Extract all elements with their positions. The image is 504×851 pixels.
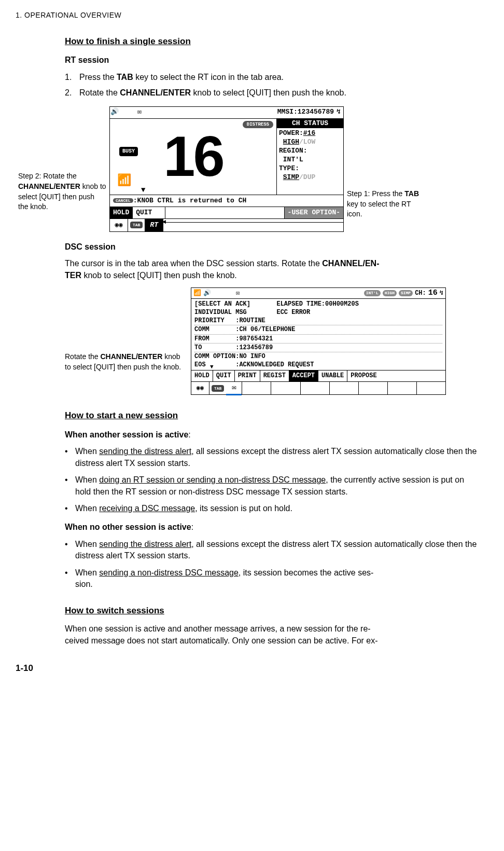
t: TAB <box>117 73 133 81</box>
fig2-button-row: HOLD QUIT PRINT REGIST ACCEPT UNABLE PRO… <box>191 370 445 381</box>
t: CHANNEL/EN- <box>322 259 379 268</box>
fig1-lcd-screen: 🔊 ✉ MMSI:123456789 ↯ DISTRESS BUSY 16 📶 … <box>109 106 344 232</box>
list-item: When doing an RT session or sending a no… <box>75 474 478 498</box>
regist-button: REGIST <box>260 370 289 381</box>
quit-button: QUIT <box>213 370 235 381</box>
bullets-no-other-active: • When sending the distress alert, all s… <box>65 539 478 591</box>
subhead-rt-session: RT session <box>65 54 478 66</box>
heading-start-session: How to start a new session <box>65 409 478 422</box>
busy-badge: BUSY <box>119 147 138 156</box>
ch-value: 16 <box>428 287 438 298</box>
t: INT'L <box>283 156 303 163</box>
quit-button: QUIT <box>133 207 165 218</box>
fig2-left-caption: Rotate the CHANNEL/ENTER knob to select … <box>65 310 187 372</box>
mail-icon: ✉ <box>135 107 144 117</box>
fig2-message-body: [SELECT AN ACK] ELAPSED TIME:00H00M20S I… <box>191 299 445 370</box>
step-number: 2. <box>65 87 79 99</box>
t: /LOW <box>299 138 315 146</box>
propose-button: PROPOSE <box>347 370 380 381</box>
list-item: When receiving a DSC message, its sessio… <box>75 503 478 514</box>
print-button: PRINT <box>235 370 260 381</box>
t: Press the <box>79 73 117 81</box>
channel-display: DISTRESS BUSY 16 📶 ▼ <box>110 119 276 195</box>
t: INDIVIDUAL MSG <box>194 309 247 316</box>
signal-icon: 📶 <box>193 289 201 298</box>
page-number: 1-10 <box>16 662 488 675</box>
t: CHANNEL/ENTER <box>18 182 80 190</box>
distress-badge: DISTRESS <box>243 121 273 129</box>
speaker-icon: 🔊 <box>110 107 119 117</box>
t: SIMP <box>283 173 299 181</box>
fig1-tab-row: ◉◉ TAB RT <box>110 218 343 231</box>
antenna-icon: ↯ <box>440 289 443 298</box>
t: COMM :CH 06/TELEPHONE <box>194 325 442 334</box>
t: Step 2: Rotate the <box>18 172 77 180</box>
page-header: 1. OPERATIONAL OVERVIEW <box>16 10 488 21</box>
t: TAB <box>404 189 419 198</box>
t: key to select the RT icon in the tab are… <box>133 73 284 81</box>
arrow-down-icon: ▼ <box>141 185 145 196</box>
mmsi-label: MMSI:123456789 <box>277 107 334 117</box>
t: POWER: <box>279 129 303 137</box>
user-option-button: -USER OPTION- <box>285 207 343 218</box>
ch-status-header: CH STATUS <box>277 119 343 129</box>
channel-number: 16 <box>163 129 222 184</box>
t: TYPE: <box>279 164 341 173</box>
hold-button: HOLD <box>191 370 213 381</box>
fig1-right-caption: Step 1: Press the TAB key to select the … <box>347 189 419 232</box>
arrow-left-icon <box>163 222 343 223</box>
ch-status-panel: CH STATUS POWER:#16 HIGH/LOW REGION: INT… <box>276 119 343 195</box>
fig1-button-row: HOLD QUIT -USER OPTION- <box>110 207 343 218</box>
mail-icon: ✉ <box>236 289 240 298</box>
intl-badge: INT'L <box>364 290 381 296</box>
fig2-lcd-screen: 📶 🔊 ✉ INT'L HIGH SIMP CH:16 ↯ [SELECT AN… <box>191 287 446 395</box>
t: EOS :ACKNOWLEDGED REQUEST <box>194 361 442 369</box>
step-number: 1. <box>65 72 79 83</box>
unable-button: UNABLE <box>318 370 347 381</box>
subhead-no-other-active: When no other session is active: <box>65 521 478 533</box>
subhead-dsc-session: DSC session <box>65 241 478 253</box>
t: ELAPSED TIME:00H00M20S <box>276 300 358 308</box>
t: key to select the RT icon. <box>347 200 411 218</box>
t: knob to select [QUIT] then push the knob… <box>191 88 346 97</box>
figure-rt-session: Step 2: Rotate the CHANNEL/ENTER knob to… <box>18 106 478 232</box>
t: HIGH <box>283 138 299 146</box>
fig1-info-row: CANCEL:KNOB CTRL is returned to CH <box>110 195 343 207</box>
t: knob to select [QUIT] then push the knob… <box>81 271 237 280</box>
step-text: Press the TAB key to select the RT icon … <box>79 72 478 83</box>
indicator-icons: ◉◉ <box>191 382 209 394</box>
switch-paragraph: When one session is active and another m… <box>65 623 478 647</box>
heading-switch-sessions: How to switch sessions <box>65 605 478 617</box>
fig2-tab-row: ◉◉ TAB ✉ <box>191 381 445 394</box>
list-item: When sending a non-distress DSC message,… <box>75 567 478 591</box>
list-item: When sending the distress alert, all ses… <box>75 539 478 562</box>
tab-badge: TAB <box>130 222 143 228</box>
t: TO :123456789 <box>194 344 442 352</box>
t: Step 1: Press the <box>347 189 402 198</box>
tab-badge: TAB <box>212 385 224 392</box>
dsc-paragraph: The cursor is in the tab area when the D… <box>65 258 478 281</box>
fig2-status-bar: 📶 🔊 ✉ INT'L HIGH SIMP CH:16 ↯ <box>191 288 445 299</box>
subhead-another-active: When another session is active: <box>65 429 478 441</box>
list-item: When sending the distress alert, all ses… <box>75 446 478 469</box>
t: /DUP <box>299 173 315 181</box>
t: CHANNEL/ENTER <box>101 352 163 361</box>
heading-finish-session: How to finish a single session <box>65 35 478 48</box>
accept-button: ACCEPT <box>289 370 318 381</box>
high-badge: HIGH <box>383 290 397 296</box>
t: The cursor is in the tab area when the D… <box>65 259 322 268</box>
step-text: Rotate the CHANNEL/ENTER knob to select … <box>79 87 478 99</box>
simp-badge: SIMP <box>399 290 413 296</box>
t: Rotate the <box>79 88 120 97</box>
ch-label: CH: <box>415 289 426 298</box>
rt-steps-list: 1. Press the TAB key to select the RT ic… <box>65 72 478 99</box>
t: REGION: <box>279 147 341 156</box>
t: ECC ERROR <box>276 309 310 316</box>
fig1-status-bar: 🔊 ✉ MMSI:123456789 ↯ <box>110 107 343 119</box>
cancel-badge: CANCEL <box>113 198 133 203</box>
t: PRIORITY :ROUTINE <box>194 317 442 325</box>
t: FROM :987654321 <box>194 335 442 344</box>
t: Rotate the <box>65 352 101 361</box>
indicator-icons: ◉◉ <box>110 219 128 231</box>
t: CHANNEL/ENTER <box>120 88 191 97</box>
